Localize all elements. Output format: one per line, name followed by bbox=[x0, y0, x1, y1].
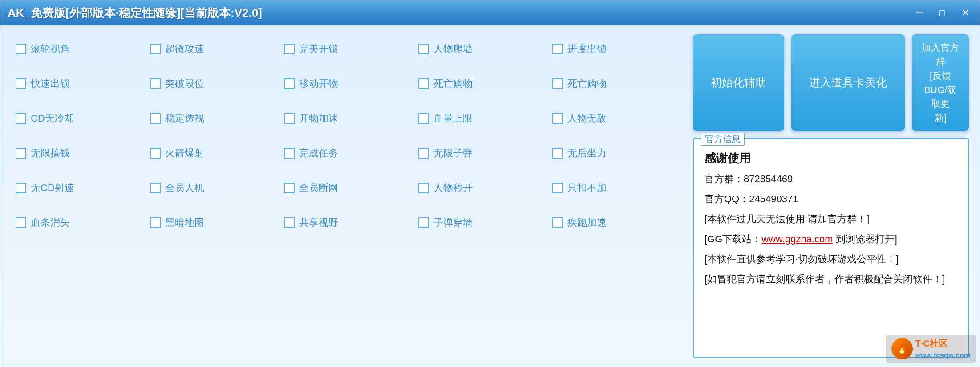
checkbox-item[interactable]: 死亡购物 bbox=[548, 69, 682, 98]
checkbox-item[interactable]: 完美开锁 bbox=[279, 34, 414, 64]
watermark: 🔥 T·C社区www.tcsqw.com bbox=[886, 335, 976, 363]
checkbox-item[interactable]: 全员断网 bbox=[279, 173, 414, 203]
titlebar: AK_免费版[外部版本·稳定性随缘][当前版本:V2.0] ─ □ ✕ bbox=[0, 0, 980, 25]
info-content: 感谢使用 官方群：872854469 官方QQ：245490371 [本软件过几… bbox=[705, 151, 957, 286]
checkbox-item[interactable]: 超微攻速 bbox=[146, 34, 280, 64]
info-qq-group: 官方群：872854469 bbox=[705, 171, 957, 186]
checkbox-item[interactable]: 无限搞钱 bbox=[11, 139, 146, 168]
info-notice4: [如冒犯官方请立刻联系作者，作者积极配合关闭软件！] bbox=[705, 272, 957, 286]
checkbox-box-18[interactable] bbox=[284, 148, 295, 159]
info-box-title: 官方信息 bbox=[701, 133, 745, 146]
items-button[interactable]: 进入道具卡美化 bbox=[791, 34, 905, 131]
checkbox-item[interactable]: 火箭爆射 bbox=[146, 139, 280, 168]
checkbox-box-8[interactable] bbox=[284, 78, 295, 89]
checkbox-item[interactable]: 滚轮视角 bbox=[11, 34, 146, 64]
info-qq: 官方QQ：245490371 bbox=[705, 192, 957, 206]
checkbox-label-7: 突破段位 bbox=[165, 77, 204, 90]
checkbox-item[interactable]: 人物无敌 bbox=[548, 104, 682, 133]
checkbox-box-14[interactable] bbox=[418, 113, 429, 124]
checkbox-label-27: 黑暗地图 bbox=[165, 216, 204, 229]
checkbox-box-26[interactable] bbox=[16, 217, 26, 228]
checkbox-label-15: 人物无敌 bbox=[567, 112, 607, 125]
checkbox-box-20[interactable] bbox=[552, 148, 563, 159]
checkbox-item[interactable]: 全员人机 bbox=[146, 173, 280, 203]
checkbox-label-25: 只扣不加 bbox=[567, 181, 607, 195]
checkbox-box-29[interactable] bbox=[418, 217, 429, 228]
checkbox-item[interactable]: 突破段位 bbox=[146, 69, 280, 98]
checkbox-label-29: 子弹穿墙 bbox=[433, 216, 473, 229]
checkbox-item[interactable]: 无CD射速 bbox=[11, 173, 146, 203]
checkbox-item[interactable]: 稳定透视 bbox=[146, 104, 280, 133]
checkbox-item[interactable]: 快速出锁 bbox=[11, 69, 146, 98]
checkbox-box-2[interactable] bbox=[150, 44, 161, 54]
right-panel: 初始化辅助 进入道具卡美化 加入官方群[反馈BUG/获取更新] 官方信息 感谢使… bbox=[693, 34, 969, 358]
checkbox-label-21: 无CD射速 bbox=[31, 181, 74, 195]
checkbox-item[interactable]: 进度出锁 bbox=[548, 34, 682, 64]
checkbox-box-16[interactable] bbox=[16, 148, 26, 159]
checkbox-label-8: 移动开物 bbox=[299, 77, 338, 90]
checkbox-box-4[interactable] bbox=[418, 44, 429, 54]
checkbox-label-24: 人物秒开 bbox=[433, 181, 473, 195]
checkbox-item[interactable]: 完成任务 bbox=[279, 139, 414, 168]
gg-link[interactable]: www.ggzha.com bbox=[761, 233, 833, 245]
checkbox-item[interactable]: 无限子弹 bbox=[414, 139, 548, 168]
checkbox-item[interactable]: 无后坐力 bbox=[548, 139, 682, 168]
checkbox-item[interactable]: 死亡购物 bbox=[414, 69, 548, 98]
checkbox-label-5: 进度出锁 bbox=[567, 42, 607, 56]
checkbox-box-17[interactable] bbox=[150, 148, 161, 159]
checkbox-item[interactable]: 子弹穿墙 bbox=[414, 208, 548, 237]
checkbox-box-9[interactable] bbox=[418, 78, 429, 89]
checkbox-item[interactable]: 疾跑加速 bbox=[548, 208, 682, 237]
checkbox-item[interactable]: 只扣不加 bbox=[548, 173, 682, 203]
minimize-button[interactable]: ─ bbox=[912, 6, 926, 20]
checkbox-item[interactable]: 共享视野 bbox=[279, 208, 414, 237]
checkbox-box-15[interactable] bbox=[552, 113, 563, 124]
checkbox-item[interactable]: CD无冷却 bbox=[11, 104, 146, 133]
checkbox-box-27[interactable] bbox=[150, 217, 161, 228]
checkbox-box-5[interactable] bbox=[552, 44, 563, 54]
checkbox-box-3[interactable] bbox=[284, 44, 295, 54]
checkbox-item[interactable]: 人物秒开 bbox=[414, 173, 548, 203]
checkbox-label-12: 稳定透视 bbox=[165, 112, 204, 125]
checkbox-box-28[interactable] bbox=[284, 217, 295, 228]
checkbox-box-6[interactable] bbox=[16, 78, 26, 89]
checkbox-box-25[interactable] bbox=[552, 183, 563, 193]
watermark-icon: 🔥 bbox=[891, 338, 913, 359]
checkbox-box-12[interactable] bbox=[150, 113, 161, 124]
checkbox-box-11[interactable] bbox=[16, 113, 26, 124]
checkbox-label-1: 滚轮视角 bbox=[31, 42, 70, 56]
checkbox-box-24[interactable] bbox=[418, 183, 429, 193]
info-notice2: [GG下载站：www.ggzha.com 到浏览器打开] bbox=[705, 232, 957, 246]
checkbox-item[interactable]: 开物加速 bbox=[279, 104, 414, 133]
checkbox-box-30[interactable] bbox=[552, 217, 563, 228]
checkbox-item[interactable]: 移动开物 bbox=[279, 69, 414, 98]
checkbox-item[interactable]: 血条消失 bbox=[11, 208, 146, 237]
checkbox-label-14: 血量上限 bbox=[433, 112, 473, 125]
checkbox-box-21[interactable] bbox=[16, 183, 26, 193]
checkbox-label-17: 火箭爆射 bbox=[165, 147, 204, 160]
checkbox-box-13[interactable] bbox=[284, 113, 295, 124]
checkbox-item[interactable]: 人物爬墙 bbox=[414, 34, 548, 64]
checkbox-label-30: 疾跑加速 bbox=[567, 216, 607, 229]
checkbox-label-6: 快速出锁 bbox=[31, 77, 70, 90]
left-panel: 滚轮视角 超微攻速 完美开锁 人物爬墙 进度出锁 bbox=[11, 34, 682, 358]
group-button[interactable]: 加入官方群[反馈BUG/获取更新] bbox=[912, 34, 969, 131]
checkbox-label-18: 完成任务 bbox=[299, 147, 338, 160]
content-area: 滚轮视角 超微攻速 完美开锁 人物爬墙 进度出锁 bbox=[0, 25, 980, 367]
close-button[interactable]: ✕ bbox=[958, 6, 972, 20]
checkbox-label-19: 无限子弹 bbox=[433, 147, 473, 160]
checkbox-box-1[interactable] bbox=[16, 44, 26, 54]
checkbox-label-26: 血条消失 bbox=[31, 216, 70, 229]
checkbox-box-10[interactable] bbox=[552, 78, 563, 89]
checkbox-item[interactable]: 黑暗地图 bbox=[146, 208, 280, 237]
info-notice1: [本软件过几天无法使用 请加官方群！] bbox=[705, 212, 957, 226]
checkbox-label-22: 全员人机 bbox=[165, 181, 204, 195]
checkbox-box-23[interactable] bbox=[284, 183, 295, 193]
maximize-button[interactable]: □ bbox=[935, 6, 949, 20]
checkbox-box-7[interactable] bbox=[150, 78, 161, 89]
checkbox-box-22[interactable] bbox=[150, 183, 161, 193]
init-button[interactable]: 初始化辅助 bbox=[693, 34, 784, 131]
checkbox-box-19[interactable] bbox=[418, 148, 429, 159]
watermark-text: T·C社区www.tcsqw.com bbox=[915, 338, 970, 360]
checkbox-item[interactable]: 血量上限 bbox=[414, 104, 548, 133]
